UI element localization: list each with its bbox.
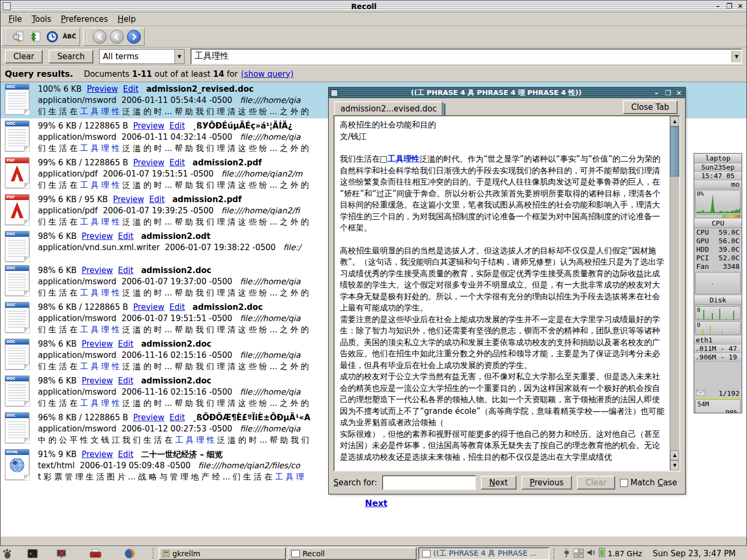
disk-read-chart[interactable]: 0 (695, 306, 741, 320)
query-input[interactable]: 工具理性 ▼ (190, 49, 742, 65)
edit-link[interactable]: Edit (169, 413, 185, 422)
doc-file-icon: DOC (5, 231, 29, 262)
speaker-icon[interactable] (586, 548, 596, 559)
restore-button[interactable]: ❐ (725, 2, 733, 10)
date-label: Sun23Sep (694, 163, 742, 172)
preview-tab[interactable]: admission2...evised.doc (334, 101, 443, 116)
net-interface-label[interactable]: eth1 (694, 336, 742, 345)
sensors-header[interactable]: CPU (694, 219, 742, 228)
menu-help[interactable]: Help (113, 13, 140, 25)
result-url: file:///home/qia (240, 277, 301, 286)
preview-link[interactable]: Preview (133, 302, 164, 312)
scrollbar-thumb[interactable] (670, 126, 679, 177)
show-query-link[interactable]: (show query) (241, 69, 294, 79)
task-button-recoll[interactable]: Recoll (288, 547, 417, 560)
preview-link[interactable]: Preview (133, 158, 164, 167)
cpu-frequency-icon[interactable] (599, 548, 605, 559)
search-mode-select[interactable]: All terms ▼ (99, 49, 185, 64)
window-menu-icon[interactable] (331, 90, 338, 97)
window-menu-icon[interactable] (3, 2, 11, 10)
query-history-chevron-icon[interactable]: ▼ (732, 51, 741, 62)
firefox-launcher-icon[interactable] (123, 548, 137, 559)
workspace-switcher[interactable] (574, 549, 584, 558)
scroll-down-icon[interactable]: ▼ (670, 460, 679, 470)
disk-header[interactable]: Disk (694, 295, 742, 305)
fan-chart[interactable] (695, 272, 741, 294)
term-explorer-icon[interactable]: ÅBĈ (61, 29, 77, 44)
result-url: file:///home/qian2/files/co (198, 461, 300, 470)
mail-row[interactable]: 1/192 (694, 389, 742, 398)
edit-link[interactable]: Edit (118, 266, 133, 275)
minimize-button[interactable]: – (714, 2, 722, 10)
edit-link[interactable]: Edit (118, 450, 133, 459)
preview-link[interactable]: Preview (82, 266, 113, 275)
preview-link[interactable]: Preview (87, 84, 118, 94)
minimize-button[interactable]: – (653, 89, 661, 97)
wifi-speed: 54M (697, 401, 709, 408)
scroll-up-icon[interactable]: ▲ (670, 450, 679, 460)
scroll-up-icon[interactable]: ▲ (670, 116, 679, 126)
preview-link[interactable]: Preview (82, 339, 113, 349)
sort-by-date-icon[interactable] (44, 29, 60, 44)
task-button-preview[interactable]: ((工 PHRASE 4 具 PHRASE ... (418, 547, 550, 560)
preview-link[interactable]: Preview (82, 231, 113, 241)
edit-link[interactable]: Edit (169, 302, 185, 312)
edit-link[interactable]: Edit (149, 195, 165, 204)
find-previous-button[interactable]: Previous (521, 476, 573, 490)
terminal-launcher-icon[interactable]: >_ (26, 548, 39, 559)
result-filename: admission2.doc (141, 266, 211, 275)
cpu-chart[interactable]: 0% (695, 190, 741, 213)
edit-link[interactable]: Edit (118, 339, 133, 349)
toolbar-handle[interactable] (86, 30, 89, 44)
edit-link[interactable]: Edit (123, 84, 139, 94)
first-page-icon[interactable] (92, 29, 108, 44)
close-tab-button[interactable]: Close Tab (623, 100, 678, 114)
result-filename: ¸ßУÕÐÉúµÄÉç»á¹¦ÄܺÍÄ¿ (193, 121, 292, 131)
result-score-size: 99% 6 KB / 95 KB (38, 195, 108, 204)
close-button[interactable]: ✕ (736, 2, 744, 10)
preview-link[interactable]: Preview (113, 195, 144, 204)
task-button-gkrellm[interactable]: gkrellm (158, 547, 286, 560)
typewriter-launcher-icon[interactable] (89, 548, 102, 559)
match-case-checkbox[interactable] (620, 479, 628, 487)
hostname-label[interactable]: laptop (694, 154, 742, 163)
screen-lock-launcher-icon[interactable] (54, 548, 68, 559)
sort-parameters-icon[interactable] (27, 29, 43, 44)
edit-link[interactable]: Edit (118, 231, 133, 241)
clear-button[interactable]: Clear (5, 50, 43, 63)
toolbar-handle[interactable] (4, 30, 7, 44)
preview-scrollbar[interactable]: ▲ ▲ ▼ (670, 116, 679, 470)
advanced-search-icon[interactable] (10, 29, 26, 44)
preview-link[interactable]: Preview (82, 450, 113, 459)
chevron-down-icon[interactable]: ▼ (174, 50, 184, 63)
find-clear-button[interactable]: Clear (577, 476, 615, 490)
menu-tools[interactable]: Tools (27, 13, 56, 25)
maximize-button[interactable]: ❐ (664, 89, 672, 97)
edit-link[interactable]: Edit (169, 158, 185, 167)
match-case-option[interactable]: Match Case (620, 478, 677, 487)
preview-text-area[interactable]: 高校招生的社会功能和目的文/钱江我们生活在□工具理性泛滥的时代。作为“世之显学”… (333, 115, 680, 471)
gkrellm-spacer (694, 362, 742, 389)
power-plug-icon[interactable] (562, 547, 571, 560)
edit-link[interactable]: Edit (118, 376, 133, 386)
menu-file[interactable]: File (4, 13, 27, 25)
gnome-menu-icon[interactable] (0, 548, 14, 559)
preview-link[interactable]: Preview (133, 121, 164, 131)
next-results-link[interactable]: Next (365, 498, 387, 508)
wifi-panel[interactable]: 54M 98% 52 dB (695, 399, 741, 413)
preview-link[interactable]: Preview (133, 413, 164, 422)
menu-preferences[interactable]: Preferences (56, 13, 113, 25)
preview-search-input[interactable] (382, 475, 476, 490)
edit-link[interactable]: Edit (169, 121, 185, 131)
taskbar-clock[interactable]: Sun Sep 23, 3:47 PM (645, 549, 741, 558)
next-page-icon[interactable] (126, 29, 142, 44)
close-button[interactable]: ✕ (675, 89, 683, 97)
disk-write-chart[interactable]: 0 (695, 321, 741, 335)
result-score-size: 96% 8 KB / 1228865 B (38, 413, 128, 422)
previous-page-icon[interactable] (109, 29, 125, 44)
find-next-button[interactable]: Next (481, 476, 516, 490)
preview-window: ((工 PHRASE 4 具 PHRASE 4 理 PHRASE 4 性)) –… (328, 87, 686, 494)
sensor-row: PCI52.0C (694, 254, 742, 262)
search-button[interactable]: Search (49, 50, 93, 63)
preview-link[interactable]: Preview (82, 376, 113, 386)
